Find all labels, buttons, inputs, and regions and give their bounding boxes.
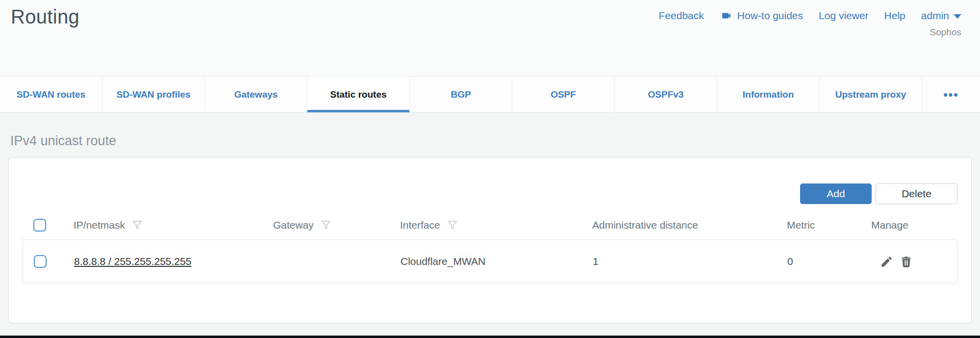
header-nav: Feedback How-to guides Log viewer Help a… <box>659 10 961 22</box>
tab-label: Static routes <box>330 89 386 100</box>
column-header-label: Metric <box>787 219 815 231</box>
add-button[interactable]: Add <box>800 183 872 204</box>
column-header-manage: Manage <box>871 219 957 231</box>
log-viewer-label: Log viewer <box>819 10 869 22</box>
ellipsis-icon: ••• <box>943 88 958 102</box>
column-header-interface: Interface <box>400 219 592 232</box>
routes-table: IP/netmask Gateway Interface <box>23 212 957 284</box>
tab-gateways[interactable]: Gateways <box>205 77 307 112</box>
table-header-row: IP/netmask Gateway Interface <box>23 212 957 238</box>
row-checkbox[interactable] <box>34 255 47 268</box>
select-all-checkbox[interactable] <box>33 219 46 232</box>
feedback-link-label: Feedback <box>659 10 704 22</box>
section-title: IPv4 unicast route <box>10 133 972 149</box>
funnel-icon[interactable] <box>131 219 143 232</box>
column-header-metric: Metric <box>787 219 871 231</box>
video-camera-icon <box>720 10 733 21</box>
tab-sdwan-profiles[interactable]: SD-WAN profiles <box>102 77 205 112</box>
column-header-label: Manage <box>871 219 908 231</box>
tab-information[interactable]: Information <box>717 77 820 112</box>
column-header-label: Interface <box>400 219 440 231</box>
cell-admin-distance: 1 <box>593 256 787 267</box>
main-content: IPv4 unicast route Add Delete IP/netmask… <box>0 113 980 336</box>
column-header-gateway: Gateway <box>273 219 400 232</box>
table-row: 8.8.8.8 / 255.255.255.255 Cloudflare_MWA… <box>23 239 957 284</box>
table-toolbar: Add Delete <box>9 158 971 212</box>
cell-manage <box>872 255 957 268</box>
user-menu[interactable]: admin <box>921 10 961 22</box>
help-link-label: Help <box>884 10 905 22</box>
column-header-label: Gateway <box>273 219 314 231</box>
tab-label: BGP <box>451 89 471 100</box>
brand-label: Sophos <box>930 27 961 38</box>
page-title: Routing <box>11 5 79 28</box>
header-right: Feedback How-to guides Log viewer Help a… <box>659 5 961 38</box>
tab-label: SD-WAN profiles <box>117 89 191 100</box>
log-viewer-link[interactable]: Log viewer <box>819 10 869 22</box>
cell-interface: Cloudflare_MWAN <box>401 256 593 267</box>
column-header-ip-netmask: IP/netmask <box>74 219 273 232</box>
tab-upstream-proxy[interactable]: Upstream proxy <box>820 77 922 112</box>
tab-ospfv3[interactable]: OSPFv3 <box>615 77 717 112</box>
routing-tabbar: SD-WAN routes SD-WAN profiles Gateways S… <box>0 76 980 113</box>
row-checkbox-cell <box>23 255 74 268</box>
tab-bgp[interactable]: BGP <box>410 77 512 112</box>
page-header: Routing Feedback How-to guides Log viewe… <box>0 0 980 76</box>
bottom-edge-strip <box>0 336 980 338</box>
tab-label: SD-WAN routes <box>17 89 85 100</box>
tab-sdwan-routes[interactable]: SD-WAN routes <box>0 77 102 112</box>
column-header-label: Administrative distance <box>592 219 698 231</box>
delete-button[interactable]: Delete <box>876 183 957 204</box>
tab-ospf[interactable]: OSPF <box>512 77 615 112</box>
feedback-link[interactable]: Feedback <box>659 10 704 22</box>
howto-guides-label: How-to guides <box>737 10 803 22</box>
funnel-icon[interactable] <box>320 219 332 232</box>
pencil-icon[interactable] <box>880 255 893 268</box>
funnel-icon[interactable] <box>447 219 458 232</box>
header-checkbox-cell <box>23 219 74 232</box>
chevron-down-icon <box>954 14 961 19</box>
user-menu-label: admin <box>921 10 949 22</box>
tab-label: OSPFv3 <box>648 89 684 100</box>
routes-card: Add Delete IP/netmask Gateway <box>8 157 972 323</box>
tab-label: Upstream proxy <box>835 89 906 100</box>
cell-metric: 0 <box>787 256 872 267</box>
route-link[interactable]: 8.8.8.8 / 255.255.255.255 <box>74 256 191 267</box>
trash-icon[interactable] <box>900 255 913 268</box>
column-header-admin-distance: Administrative distance <box>592 219 787 231</box>
cell-ip-netmask: 8.8.8.8 / 255.255.255.255 <box>74 256 274 267</box>
tab-static-routes[interactable]: Static routes <box>307 77 410 112</box>
tab-label: OSPF <box>551 89 576 100</box>
tab-label: Gateways <box>234 89 278 100</box>
tabs-overflow-button[interactable]: ••• <box>922 77 980 112</box>
column-header-label: IP/netmask <box>74 219 125 231</box>
tab-label: Information <box>743 89 794 100</box>
help-link[interactable]: Help <box>884 10 905 22</box>
howto-guides-link[interactable]: How-to guides <box>720 10 803 22</box>
